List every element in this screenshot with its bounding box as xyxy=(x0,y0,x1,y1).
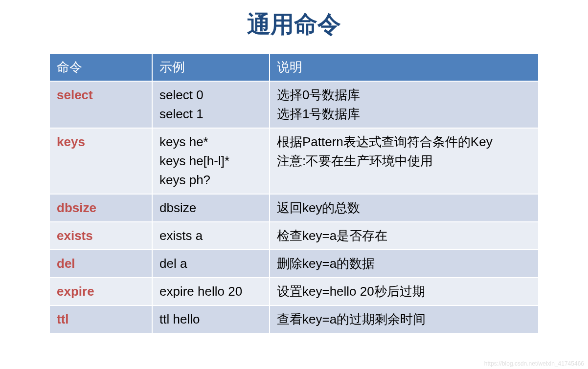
cell-example: ttl hello xyxy=(152,305,270,333)
cell-desc: 删除key=a的数据 xyxy=(270,250,539,278)
cell-desc: 选择0号数据库选择1号数据库 xyxy=(270,81,539,128)
cell-example: expire hello 20 xyxy=(152,278,270,305)
cell-cmd: expire xyxy=(49,278,152,305)
cell-cmd: select xyxy=(49,81,152,128)
cell-example: keys he*keys he[h-l]*keys ph? xyxy=(152,128,270,194)
table-body: selectselect 0select 1选择0号数据库选择1号数据库keys… xyxy=(49,81,539,333)
cell-desc: 查看key=a的过期剩余时间 xyxy=(270,305,539,333)
cell-example: del a xyxy=(152,250,270,278)
cell-cmd: ttl xyxy=(49,305,152,333)
table-row: selectselect 0select 1选择0号数据库选择1号数据库 xyxy=(49,81,539,128)
cell-desc: 检查key=a是否存在 xyxy=(270,222,539,250)
table-row: existsexists a检查key=a是否存在 xyxy=(49,222,539,250)
cell-cmd: dbsize xyxy=(49,194,152,222)
cell-cmd: keys xyxy=(49,128,152,194)
table-header-row: 命令 示例 说明 xyxy=(49,53,539,81)
table-row: keyskeys he*keys he[h-l]*keys ph?根据Patte… xyxy=(49,128,539,194)
table-row: dbsizedbsize返回key的总数 xyxy=(49,194,539,222)
cell-cmd: del xyxy=(49,250,152,278)
header-example: 示例 xyxy=(152,53,270,81)
header-desc: 说明 xyxy=(270,53,539,81)
header-cmd: 命令 xyxy=(49,53,152,81)
cell-desc: 设置key=hello 20秒后过期 xyxy=(270,278,539,305)
table-row: expireexpire hello 20设置key=hello 20秒后过期 xyxy=(49,278,539,305)
cell-desc: 根据Pattern表达式查询符合条件的Key注意:不要在生产环境中使用 xyxy=(270,128,539,194)
page-title: 通用命令 xyxy=(0,9,588,40)
cell-example: select 0select 1 xyxy=(152,81,270,128)
commands-table: 命令 示例 说明 selectselect 0select 1选择0号数据库选择… xyxy=(49,53,539,334)
watermark: https://blog.csdn.net/weixin_41745466 xyxy=(484,360,584,367)
cell-desc: 返回key的总数 xyxy=(270,194,539,222)
table-row: deldel a删除key=a的数据 xyxy=(49,250,539,278)
cell-example: dbsize xyxy=(152,194,270,222)
table-row: ttlttl hello查看key=a的过期剩余时间 xyxy=(49,305,539,333)
cell-cmd: exists xyxy=(49,222,152,250)
cell-example: exists a xyxy=(152,222,270,250)
